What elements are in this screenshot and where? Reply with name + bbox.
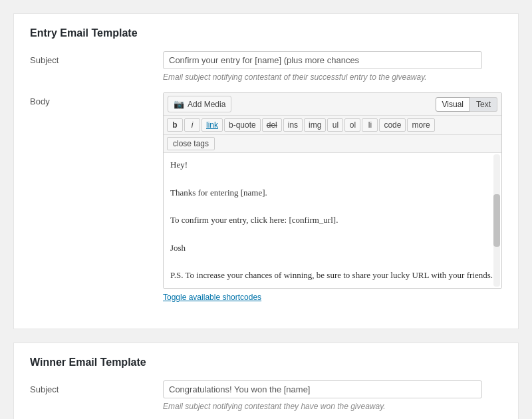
li-button[interactable]: li	[362, 118, 378, 132]
entry-section-title: Entry Email Template	[30, 27, 502, 39]
entry-body-label: Body	[30, 92, 163, 106]
entry-body-row: Body 📷 Add Media Visual Text b	[30, 92, 502, 302]
winner-subject-row: Subject Email subject notifying contesta…	[30, 380, 502, 411]
winner-subject-hint: Email subject notifying contestant they …	[163, 402, 482, 411]
add-media-label: Add Media	[188, 100, 225, 109]
entry-subject-hint: Email subject notifying contestant of th…	[163, 72, 482, 82]
ul-button[interactable]: ul	[327, 118, 343, 132]
more-button[interactable]: more	[407, 118, 434, 132]
entry-email-section: Entry Email Template Subject Email subje…	[13, 13, 519, 329]
close-tags-row: close tags	[164, 135, 501, 153]
img-button[interactable]: img	[304, 118, 326, 132]
ol-button[interactable]: ol	[344, 118, 360, 132]
winner-email-section: Winner Email Template Subject Email subj…	[13, 343, 519, 419]
code-button[interactable]: code	[379, 118, 406, 132]
editor-top-bar: 📷 Add Media Visual Text	[164, 93, 501, 116]
view-tabs: Visual Text	[436, 97, 497, 112]
toggle-shortcodes-link[interactable]: Toggle available shortcodes	[163, 293, 261, 302]
add-media-icon: 📷	[174, 99, 184, 109]
entry-subject-content: Email subject notifying contestant of th…	[163, 51, 502, 82]
bold-button[interactable]: b	[167, 118, 183, 132]
winner-subject-label: Subject	[30, 380, 163, 394]
entry-body-content: 📷 Add Media Visual Text b i link b-quote…	[163, 92, 502, 302]
winner-section-title: Winner Email Template	[30, 356, 502, 368]
scrollbar-thumb[interactable]	[493, 194, 500, 247]
winner-subject-content: Email subject notifying contestant they …	[163, 380, 502, 411]
winner-subject-input[interactable]	[163, 380, 482, 398]
body-textarea[interactable]: Hey! Thanks for entering [name]. To conf…	[164, 153, 501, 286]
close-tags-button[interactable]: close tags	[167, 137, 215, 150]
scrollbar-track	[493, 154, 500, 287]
entry-subject-input[interactable]	[163, 51, 482, 69]
bquote-button[interactable]: b-quote	[224, 118, 261, 132]
text-tab[interactable]: Text	[470, 97, 497, 112]
entry-subject-row: Subject Email subject notifying contesta…	[30, 51, 502, 82]
italic-button[interactable]: i	[184, 118, 200, 132]
link-button[interactable]: link	[201, 118, 223, 132]
editor-body: Hey! Thanks for entering [name]. To conf…	[164, 153, 501, 288]
entry-subject-label: Subject	[30, 51, 163, 65]
del-button[interactable]: del	[262, 118, 282, 132]
visual-tab[interactable]: Visual	[436, 97, 470, 112]
editor-wrap: 📷 Add Media Visual Text b i link b-quote…	[163, 92, 502, 289]
add-media-button[interactable]: 📷 Add Media	[168, 96, 231, 112]
ins-button[interactable]: ins	[283, 118, 303, 132]
format-toolbar: b i link b-quote del ins img ul ol li co…	[164, 116, 501, 135]
